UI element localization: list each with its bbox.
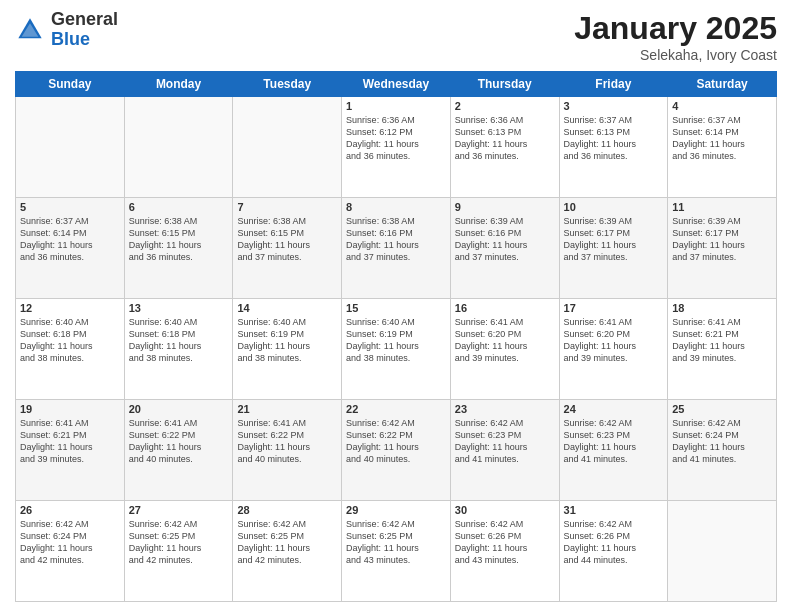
day-header-monday: Monday [124,72,233,97]
day-number: 24 [564,403,664,415]
calendar-cell: 24Sunrise: 6:42 AM Sunset: 6:23 PM Dayli… [559,400,668,501]
calendar-cell [16,97,125,198]
day-info: Sunrise: 6:38 AM Sunset: 6:16 PM Dayligh… [346,215,446,264]
day-info: Sunrise: 6:38 AM Sunset: 6:15 PM Dayligh… [237,215,337,264]
calendar-cell: 2Sunrise: 6:36 AM Sunset: 6:13 PM Daylig… [450,97,559,198]
day-number: 19 [20,403,120,415]
calendar-cell: 6Sunrise: 6:38 AM Sunset: 6:15 PM Daylig… [124,198,233,299]
calendar-week-row: 19Sunrise: 6:41 AM Sunset: 6:21 PM Dayli… [16,400,777,501]
logo-text: General Blue [51,10,118,50]
main-title: January 2025 [574,10,777,47]
day-info: Sunrise: 6:38 AM Sunset: 6:15 PM Dayligh… [129,215,229,264]
day-info: Sunrise: 6:41 AM Sunset: 6:21 PM Dayligh… [672,316,772,365]
page: General Blue January 2025 Selekaha, Ivor… [0,0,792,612]
day-number: 2 [455,100,555,112]
calendar-cell: 3Sunrise: 6:37 AM Sunset: 6:13 PM Daylig… [559,97,668,198]
day-header-saturday: Saturday [668,72,777,97]
calendar-cell: 16Sunrise: 6:41 AM Sunset: 6:20 PM Dayli… [450,299,559,400]
day-info: Sunrise: 6:36 AM Sunset: 6:12 PM Dayligh… [346,114,446,163]
day-header-friday: Friday [559,72,668,97]
calendar-cell: 12Sunrise: 6:40 AM Sunset: 6:18 PM Dayli… [16,299,125,400]
calendar-cell: 4Sunrise: 6:37 AM Sunset: 6:14 PM Daylig… [668,97,777,198]
logo-general-text: General [51,9,118,29]
calendar-cell: 21Sunrise: 6:41 AM Sunset: 6:22 PM Dayli… [233,400,342,501]
calendar-cell: 5Sunrise: 6:37 AM Sunset: 6:14 PM Daylig… [16,198,125,299]
calendar-cell: 20Sunrise: 6:41 AM Sunset: 6:22 PM Dayli… [124,400,233,501]
day-info: Sunrise: 6:42 AM Sunset: 6:24 PM Dayligh… [672,417,772,466]
day-info: Sunrise: 6:42 AM Sunset: 6:22 PM Dayligh… [346,417,446,466]
day-number: 26 [20,504,120,516]
day-header-wednesday: Wednesday [342,72,451,97]
calendar-cell: 30Sunrise: 6:42 AM Sunset: 6:26 PM Dayli… [450,501,559,602]
title-block: January 2025 Selekaha, Ivory Coast [574,10,777,63]
calendar-header-row: SundayMondayTuesdayWednesdayThursdayFrid… [16,72,777,97]
day-number: 20 [129,403,229,415]
logo-icon [15,15,45,45]
day-number: 31 [564,504,664,516]
day-header-tuesday: Tuesday [233,72,342,97]
day-info: Sunrise: 6:41 AM Sunset: 6:20 PM Dayligh… [564,316,664,365]
day-header-sunday: Sunday [16,72,125,97]
calendar-cell: 9Sunrise: 6:39 AM Sunset: 6:16 PM Daylig… [450,198,559,299]
calendar-cell: 31Sunrise: 6:42 AM Sunset: 6:26 PM Dayli… [559,501,668,602]
calendar-cell: 15Sunrise: 6:40 AM Sunset: 6:19 PM Dayli… [342,299,451,400]
day-number: 11 [672,201,772,213]
day-info: Sunrise: 6:39 AM Sunset: 6:17 PM Dayligh… [564,215,664,264]
day-number: 16 [455,302,555,314]
day-info: Sunrise: 6:41 AM Sunset: 6:22 PM Dayligh… [129,417,229,466]
calendar-cell: 19Sunrise: 6:41 AM Sunset: 6:21 PM Dayli… [16,400,125,501]
day-info: Sunrise: 6:40 AM Sunset: 6:18 PM Dayligh… [129,316,229,365]
header: General Blue January 2025 Selekaha, Ivor… [15,10,777,63]
calendar-cell: 7Sunrise: 6:38 AM Sunset: 6:15 PM Daylig… [233,198,342,299]
day-number: 30 [455,504,555,516]
day-number: 21 [237,403,337,415]
day-number: 15 [346,302,446,314]
day-number: 1 [346,100,446,112]
day-info: Sunrise: 6:39 AM Sunset: 6:16 PM Dayligh… [455,215,555,264]
day-number: 8 [346,201,446,213]
day-info: Sunrise: 6:42 AM Sunset: 6:23 PM Dayligh… [455,417,555,466]
day-info: Sunrise: 6:40 AM Sunset: 6:19 PM Dayligh… [237,316,337,365]
day-number: 13 [129,302,229,314]
calendar-cell: 25Sunrise: 6:42 AM Sunset: 6:24 PM Dayli… [668,400,777,501]
calendar-cell: 11Sunrise: 6:39 AM Sunset: 6:17 PM Dayli… [668,198,777,299]
calendar-cell: 27Sunrise: 6:42 AM Sunset: 6:25 PM Dayli… [124,501,233,602]
day-number: 25 [672,403,772,415]
day-number: 14 [237,302,337,314]
day-info: Sunrise: 6:41 AM Sunset: 6:21 PM Dayligh… [20,417,120,466]
calendar-cell: 22Sunrise: 6:42 AM Sunset: 6:22 PM Dayli… [342,400,451,501]
day-info: Sunrise: 6:41 AM Sunset: 6:22 PM Dayligh… [237,417,337,466]
day-info: Sunrise: 6:42 AM Sunset: 6:25 PM Dayligh… [346,518,446,567]
logo: General Blue [15,10,118,50]
day-header-thursday: Thursday [450,72,559,97]
day-number: 17 [564,302,664,314]
calendar-cell [668,501,777,602]
day-number: 10 [564,201,664,213]
calendar-week-row: 5Sunrise: 6:37 AM Sunset: 6:14 PM Daylig… [16,198,777,299]
day-info: Sunrise: 6:42 AM Sunset: 6:24 PM Dayligh… [20,518,120,567]
calendar-week-row: 12Sunrise: 6:40 AM Sunset: 6:18 PM Dayli… [16,299,777,400]
day-number: 29 [346,504,446,516]
day-info: Sunrise: 6:40 AM Sunset: 6:18 PM Dayligh… [20,316,120,365]
day-number: 3 [564,100,664,112]
day-info: Sunrise: 6:42 AM Sunset: 6:26 PM Dayligh… [455,518,555,567]
day-number: 28 [237,504,337,516]
logo-blue-text: Blue [51,29,90,49]
day-number: 12 [20,302,120,314]
calendar-cell: 1Sunrise: 6:36 AM Sunset: 6:12 PM Daylig… [342,97,451,198]
calendar-cell: 29Sunrise: 6:42 AM Sunset: 6:25 PM Dayli… [342,501,451,602]
day-info: Sunrise: 6:42 AM Sunset: 6:26 PM Dayligh… [564,518,664,567]
calendar-cell: 26Sunrise: 6:42 AM Sunset: 6:24 PM Dayli… [16,501,125,602]
day-info: Sunrise: 6:36 AM Sunset: 6:13 PM Dayligh… [455,114,555,163]
day-info: Sunrise: 6:42 AM Sunset: 6:25 PM Dayligh… [129,518,229,567]
calendar-week-row: 26Sunrise: 6:42 AM Sunset: 6:24 PM Dayli… [16,501,777,602]
subtitle: Selekaha, Ivory Coast [574,47,777,63]
day-info: Sunrise: 6:42 AM Sunset: 6:25 PM Dayligh… [237,518,337,567]
calendar-cell [124,97,233,198]
day-info: Sunrise: 6:40 AM Sunset: 6:19 PM Dayligh… [346,316,446,365]
calendar-cell [233,97,342,198]
day-number: 22 [346,403,446,415]
calendar-week-row: 1Sunrise: 6:36 AM Sunset: 6:12 PM Daylig… [16,97,777,198]
day-number: 7 [237,201,337,213]
day-info: Sunrise: 6:37 AM Sunset: 6:13 PM Dayligh… [564,114,664,163]
